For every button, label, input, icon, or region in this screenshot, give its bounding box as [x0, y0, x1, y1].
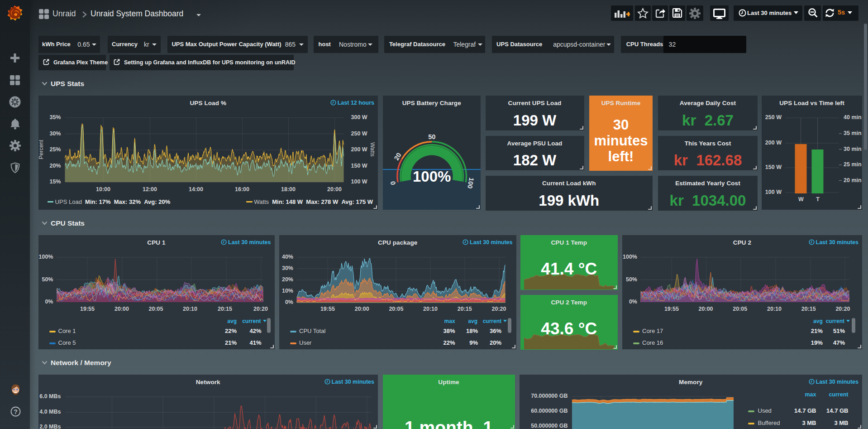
- svg-text:?: ?: [14, 408, 18, 415]
- svg-text:50: 50: [428, 133, 435, 140]
- svg-text:100%: 100%: [412, 168, 450, 185]
